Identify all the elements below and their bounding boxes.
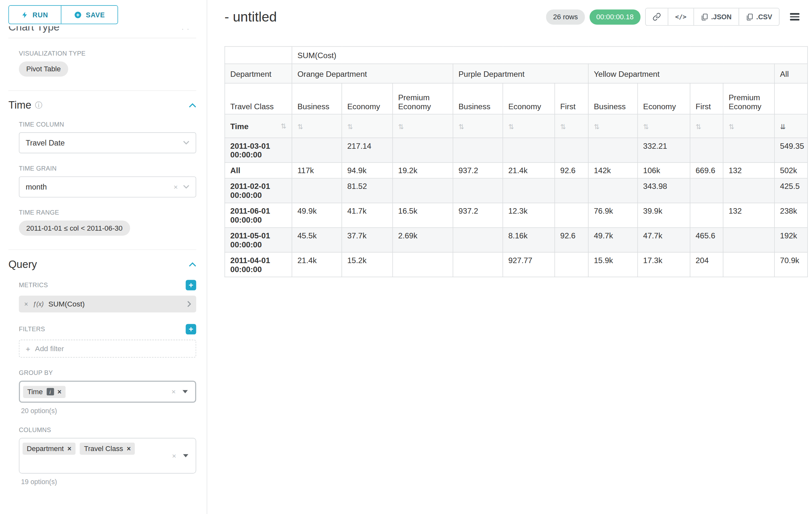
time-range-pill[interactable]: 2011-01-01 ≤ col < 2011-06-30 — [19, 220, 130, 236]
pivot-value-cell — [393, 178, 453, 203]
pivot-table: SUM(Cost)DepartmentOrange DepartmentPurp… — [225, 46, 808, 277]
visualization-type-label: VISUALIZATION TYPE — [19, 50, 196, 57]
add-metric-button[interactable]: + — [186, 280, 196, 290]
pivot-value-cell: 39.9k — [638, 203, 690, 228]
json-button-label: .JSON — [711, 13, 732, 21]
chevron-up-icon[interactable] — [189, 103, 196, 108]
add-filter-dropzone[interactable]: + Add filter — [19, 340, 196, 357]
pivot-value-cell: 70.9k — [775, 252, 808, 277]
pivot-value-cell — [690, 138, 723, 163]
time-column-label: TIME COLUMN — [19, 121, 196, 128]
sort-icon[interactable]: ⇅ — [729, 123, 734, 131]
export-csv-button[interactable]: .CSV — [738, 8, 779, 25]
plus-icon: + — [26, 344, 30, 353]
query-section-title: Query — [8, 258, 37, 270]
pivot-value-cell: 41.7k — [342, 203, 393, 228]
add-filter-placeholder: Add filter — [35, 344, 64, 353]
sort-icon[interactable]: ⇅ — [281, 122, 287, 130]
pivot-row-label: 2011-06-01 00:00:00 — [225, 203, 292, 228]
chart-title[interactable]: - untitled — [225, 9, 277, 25]
remove-tag-icon[interactable]: × — [127, 444, 130, 453]
sort-icon[interactable]: ⇅ — [458, 123, 464, 131]
visualization-type-pill[interactable]: Pivot Table — [19, 61, 68, 77]
sort-icon[interactable]: ⇅ — [560, 123, 566, 131]
sort-icon[interactable]: ⇅ — [398, 123, 404, 131]
pivot-value-cell: 21.4k — [503, 163, 555, 178]
pivot-value-cell: 502k — [775, 163, 808, 178]
time-grain-select[interactable]: month × — [19, 177, 196, 197]
remove-metric-icon[interactable]: × — [24, 300, 28, 308]
group-by-tag-time[interactable]: Time i × — [23, 385, 66, 398]
sort-icon[interactable]: ⇅ — [297, 123, 303, 131]
remove-tag-icon[interactable]: × — [67, 444, 71, 453]
pivot-value-cell: 132 — [723, 163, 775, 178]
sort-icon[interactable]: ⇅ — [347, 123, 353, 131]
function-icon: ƒ(x) — [33, 300, 44, 308]
copy-link-button[interactable] — [646, 8, 668, 25]
pivot-value-cell: 332.21 — [638, 138, 690, 163]
chevron-up-icon[interactable] — [189, 262, 196, 267]
embed-code-button[interactable]: </> — [668, 8, 694, 25]
columns-label: COLUMNS — [19, 426, 196, 434]
select-controls: × — [172, 452, 196, 460]
sort-icon[interactable]: ⇅ — [643, 123, 649, 131]
pivot-value-cell: 117k — [292, 163, 342, 178]
run-save-button-group: RUN SAVE — [8, 5, 118, 24]
clear-icon[interactable]: × — [174, 183, 178, 191]
explore-view: RUN SAVE Chart Type · · VISUALIZATION TY… — [0, 0, 812, 514]
pivot-value-cell: 937.2 — [453, 203, 502, 228]
sort-icon[interactable]: ⇅ — [594, 123, 600, 131]
column-info-icon[interactable]: i — [47, 388, 54, 396]
caret-down-icon[interactable] — [183, 454, 188, 457]
columns-tag-department[interactable]: Department × — [23, 443, 76, 455]
group-by-options-count: 20 option(s) — [21, 407, 196, 415]
info-icon[interactable]: ⓘ — [35, 101, 42, 110]
caret-down-icon[interactable] — [183, 390, 188, 393]
time-section-header: Time ⓘ — [8, 99, 196, 111]
group-by-label: GROUP BY — [19, 369, 196, 377]
pivot-col-header: Economy — [503, 83, 555, 114]
add-filter-button[interactable]: + — [186, 324, 196, 334]
columns-tag-travel-class[interactable]: Travel Class × — [80, 443, 135, 455]
pivot-value-cell: 21.4k — [292, 252, 342, 277]
menu-icon[interactable] — [787, 10, 803, 23]
sort-desc-icon[interactable]: ⇊ — [780, 123, 786, 131]
pivot-col-header: Economy — [638, 83, 690, 114]
pivot-value-cell — [453, 252, 502, 277]
save-button-label: SAVE — [86, 11, 105, 19]
visualization-type-control: VISUALIZATION TYPE Pivot Table — [19, 50, 196, 77]
pivot-value-cell: 94.9k — [342, 163, 393, 178]
metric-item[interactable]: × ƒ(x) SUM(Cost) — [19, 296, 196, 312]
group-by-select[interactable]: Time i × × — [19, 381, 196, 403]
pivot-value-cell: 132 — [723, 203, 775, 228]
pivot-value-cell — [453, 178, 502, 203]
time-grain-label: TIME GRAIN — [19, 165, 196, 172]
sort-icon[interactable]: ⇅ — [696, 123, 701, 131]
pivot-value-cell — [503, 178, 555, 203]
bolt-icon — [22, 11, 28, 19]
pivot-sort-cell: ⇅ — [453, 114, 502, 138]
time-section-title: Time — [8, 99, 31, 111]
chevron-right-icon[interactable] — [187, 301, 191, 307]
pivot-value-cell: 549.35 — [775, 138, 808, 163]
save-button[interactable]: SAVE — [61, 6, 117, 24]
run-button[interactable]: RUN — [9, 6, 61, 24]
metric-name: SUM(Cost) — [49, 300, 85, 308]
sort-icon[interactable]: ⇅ — [509, 123, 514, 131]
chart-type-heading: Chart Type — [8, 26, 196, 33]
columns-select[interactable]: Department × Travel Class × × — [19, 438, 196, 474]
pivot-value-cell — [292, 138, 342, 163]
time-column-select[interactable]: Travel Date — [19, 132, 196, 153]
metrics-label: METRICS — [19, 281, 48, 289]
group-by-control: GROUP BY Time i × × 20 option(s) — [19, 369, 196, 415]
remove-tag-icon[interactable]: × — [57, 388, 61, 396]
pivot-row-label: 2011-02-01 00:00:00 — [225, 178, 292, 203]
clear-all-icon[interactable]: × — [171, 387, 176, 396]
table-row: 2011-02-01 00:00:0081.52343.98425.5 — [225, 178, 808, 203]
pivot-sort-cell: ⇅ — [723, 114, 775, 138]
table-row: 2011-05-01 00:00:0045.5k37.7k2.69k8.16k9… — [225, 228, 808, 252]
pivot-value-cell — [292, 178, 342, 203]
export-json-button[interactable]: .JSON — [693, 8, 738, 25]
clear-all-icon[interactable]: × — [172, 452, 176, 460]
pivot-value-cell: 8.16k — [503, 228, 555, 252]
